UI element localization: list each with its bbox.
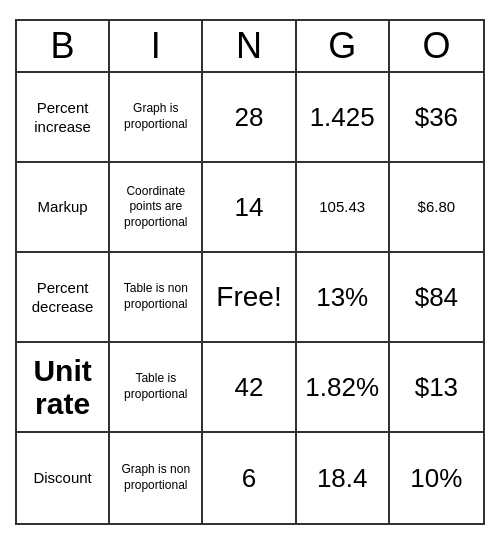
bingo-header: BINGO	[17, 21, 483, 73]
header-letter: G	[297, 21, 390, 71]
cell-r4-c0: Discount	[17, 433, 110, 523]
cell-content: 105.43	[319, 197, 365, 217]
header-letter: I	[110, 21, 203, 71]
cell-content: Table is proportional	[114, 371, 197, 402]
cell-r3-c1: Table is proportional	[110, 343, 203, 433]
cell-r4-c2: 6	[203, 433, 296, 523]
cell-r3-c2: 42	[203, 343, 296, 433]
cell-content: Table is non proportional	[114, 281, 197, 312]
cell-content: 13%	[316, 282, 368, 313]
cell-content: 6	[242, 463, 256, 494]
cell-r4-c3: 18.4	[297, 433, 390, 523]
cell-r4-c1: Graph is non proportional	[110, 433, 203, 523]
cell-r1-c0: Markup	[17, 163, 110, 253]
cell-content: 1.82%	[305, 372, 379, 403]
cell-content: 18.4	[317, 463, 368, 494]
cell-content: Discount	[33, 468, 91, 488]
cell-content: $36	[415, 102, 458, 133]
cell-content: 10%	[410, 463, 462, 494]
cell-r4-c4: 10%	[390, 433, 483, 523]
cell-content: Graph is non proportional	[114, 462, 197, 493]
cell-r0-c1: Graph is proportional	[110, 73, 203, 163]
cell-content: Graph is proportional	[114, 101, 197, 132]
cell-content: Markup	[38, 197, 88, 217]
cell-r3-c4: $13	[390, 343, 483, 433]
cell-r0-c0: Percent increase	[17, 73, 110, 163]
cell-content: 42	[235, 372, 264, 403]
cell-r0-c4: $36	[390, 73, 483, 163]
cell-content: $84	[415, 282, 458, 313]
header-letter: N	[203, 21, 296, 71]
cell-content: Coordinate points are proportional	[114, 184, 197, 231]
header-letter: O	[390, 21, 483, 71]
cell-content: Free!	[216, 281, 281, 313]
cell-content: 1.425	[310, 102, 375, 133]
header-letter: B	[17, 21, 110, 71]
cell-r2-c4: $84	[390, 253, 483, 343]
cell-r0-c2: 28	[203, 73, 296, 163]
cell-r2-c1: Table is non proportional	[110, 253, 203, 343]
cell-content: Percent increase	[21, 98, 104, 137]
cell-r2-c0: Percent decrease	[17, 253, 110, 343]
bingo-body: Percent increaseGraph is proportional281…	[17, 73, 483, 523]
cell-content: 28	[235, 102, 264, 133]
cell-r3-c0: Unitrate	[17, 343, 110, 433]
cell-content: $13	[415, 372, 458, 403]
cell-r0-c3: 1.425	[297, 73, 390, 163]
cell-r1-c2: 14	[203, 163, 296, 253]
cell-content: Unitrate	[33, 354, 91, 420]
cell-r3-c3: 1.82%	[297, 343, 390, 433]
cell-content: 14	[235, 192, 264, 223]
cell-content: Percent decrease	[21, 278, 104, 317]
cell-r1-c4: $6.80	[390, 163, 483, 253]
cell-r2-c2: Free!	[203, 253, 296, 343]
cell-r1-c1: Coordinate points are proportional	[110, 163, 203, 253]
cell-r1-c3: 105.43	[297, 163, 390, 253]
bingo-card: BINGO Percent increaseGraph is proportio…	[15, 19, 485, 525]
cell-r2-c3: 13%	[297, 253, 390, 343]
cell-content: $6.80	[418, 197, 456, 217]
